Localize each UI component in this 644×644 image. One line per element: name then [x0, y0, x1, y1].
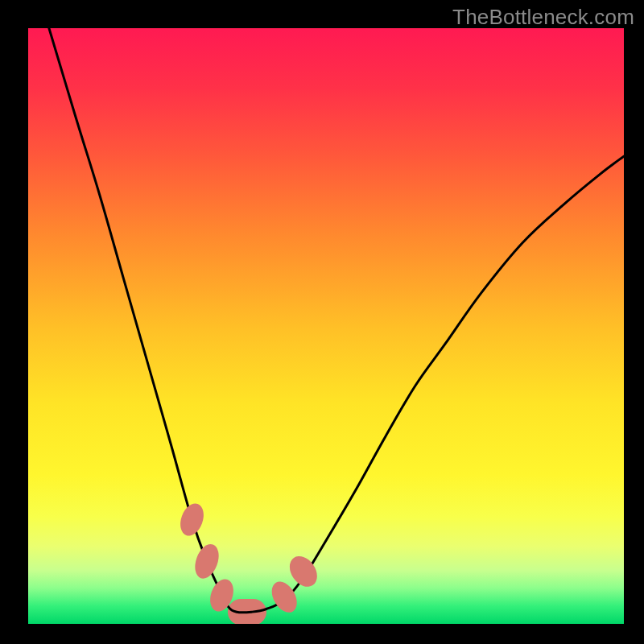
watermark-text: TheBottleneck.com: [452, 5, 634, 30]
plot-area: [28, 28, 624, 624]
curve-layer: [28, 28, 624, 624]
bottleneck-curve: [49, 28, 624, 613]
curve-marker: [266, 577, 302, 617]
chart-frame: TheBottleneck.com: [0, 0, 644, 644]
curve-marker: [191, 541, 223, 582]
curve-marker: [176, 500, 208, 539]
